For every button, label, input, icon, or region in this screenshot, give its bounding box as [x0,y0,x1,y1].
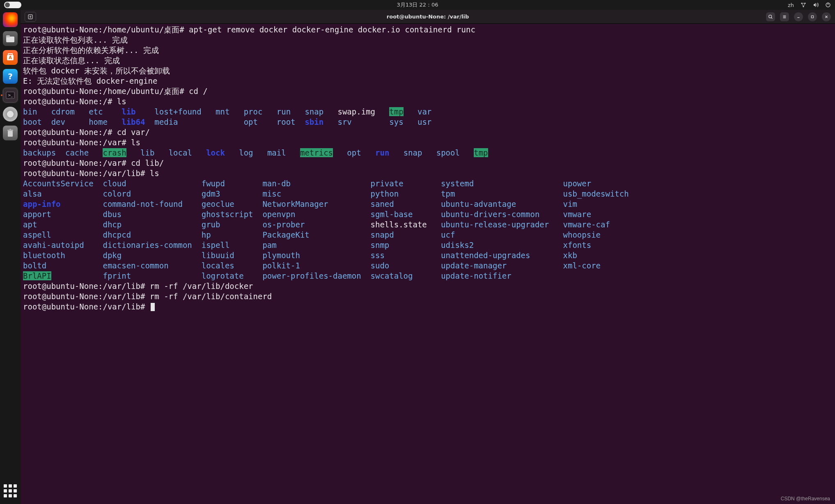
show-applications-button[interactable] [4,484,17,497]
terminal-line: root@ubuntu-None:/var# ls [23,137,833,148]
ls-entry: run [375,148,404,158]
network-icon[interactable] [801,2,806,8]
ls-entry: geoclue [202,199,263,209]
svg-text:>_: >_ [8,93,13,97]
window-title: root@ubuntu-None: /var/lib [387,14,469,20]
terminal-line: root@ubuntu-None:/home/ubuntu/桌面# apt-ge… [23,25,833,35]
terminal-line: apt dhcp grub os-prober shells.state ubu… [23,220,833,230]
ls-entry: lib64 [122,117,154,127]
ubuntu-dock: A ? >_ [0,10,21,504]
terminal-line: 软件包 docker 未安装，所以不会被卸载 [23,66,833,76]
terminal-output[interactable]: root@ubuntu-None:/home/ubuntu/桌面# apt-ge… [21,24,835,504]
ls-entry: spool [436,148,474,158]
terminal-line: AccountsService cloud fwupd man-db priva… [23,179,833,189]
activities-pill[interactable] [4,2,21,8]
ls-entry: xkb [563,250,634,261]
clock[interactable]: 3月13日 22：06 [397,1,438,9]
status-area[interactable]: zh [788,2,831,8]
ls-entry: cdrom [51,107,89,117]
ls-entry: command-not-found [103,199,201,209]
ls-entry: dhcp [103,220,201,230]
ls-entry: unattended-upgrades [441,250,563,261]
ls-entry: sss [371,250,441,261]
terminal-line: root@ubuntu-None:/# cd var/ [23,127,833,137]
volume-icon[interactable] [813,2,819,8]
window-titlebar: root@ubuntu-None: /var/lib [21,10,835,24]
ls-entry: dpkg [103,250,201,261]
ls-entry: swap.img [337,107,389,117]
terminal-line: boltd emacsen-common locales polkit-1 su… [23,261,833,271]
dock-app-disk[interactable] [3,107,18,121]
ls-entry: xml-core [563,261,634,271]
ls-entry: hp [202,230,263,240]
ls-entry: emacsen-common [103,261,201,271]
terminal-line: root@ubuntu-None:/# ls [23,96,833,107]
dock-app-help[interactable]: ? [3,69,18,84]
ls-entry: logrotate [202,271,263,281]
ls-entry: usr [418,117,441,127]
ls-entry: lib [122,107,154,117]
ls-entry: private [371,179,441,189]
ls-entry: vmware-caf [563,220,634,230]
ls-entry: media [154,117,216,127]
ls-entry: locales [202,261,263,271]
ls-entry: ispell [202,240,263,250]
terminal-window: root@ubuntu-None: /var/lib root@ubuntu-N… [21,10,835,504]
terminal-search-button[interactable] [766,12,775,21]
ls-entry: fwupd [202,179,263,189]
ls-entry [563,271,634,281]
terminal-line: root@ubuntu-None:/var/lib# [23,302,833,312]
dock-app-trash[interactable] [3,126,18,140]
window-close-button[interactable] [822,12,831,21]
dock-app-files[interactable] [3,31,18,46]
terminal-line: root@ubuntu-None:/var# cd lib/ [23,158,833,168]
dock-app-terminal[interactable]: >_ [3,88,18,103]
terminal-line: 正在读取软件包列表... 完成 [23,35,833,45]
dock-app-software[interactable]: A [3,50,18,65]
ls-entry: boot [23,117,51,127]
ls-entry: app-info [23,199,103,209]
ls-entry: boltd [23,261,103,271]
svg-rect-23 [811,16,813,18]
ls-entry: python [371,189,441,199]
ls-entry: upower [563,179,634,189]
ls-entry: metrics [300,148,347,158]
ls-entry: backups [23,148,65,158]
watermark: CSDN @theRavensea [781,496,830,502]
ls-entry: bluetooth [23,250,103,261]
ls-entry: dev [51,117,89,127]
terminal-line: backups cache crash lib local lock log m… [23,148,833,158]
ls-entry: power-profiles-daemon [262,271,370,281]
ls-entry: tpm [441,189,563,199]
power-icon[interactable] [825,2,831,8]
ls-entry: colord [103,189,201,199]
new-tab-button[interactable] [25,12,36,22]
ls-entry: tmp [474,148,493,158]
ls-entry: shells.state [371,220,441,230]
ls-entry: opt [244,117,277,127]
window-maximize-button[interactable] [808,12,817,21]
ls-entry: plymouth [262,250,370,261]
ls-entry: fprint [103,271,201,281]
window-minimize-button[interactable] [794,12,803,21]
ls-entry: BrlAPI [23,271,103,281]
terminal-line: 正在分析软件包的依赖关系树... 完成 [23,45,833,55]
terminal-line: root@ubuntu-None:/home/ubuntu/桌面# cd / [23,86,833,96]
ls-entry: snmp [371,240,441,250]
ls-entry: misc [262,189,370,199]
dock-app-firefox[interactable] [3,12,18,27]
hamburger-menu-button[interactable] [780,12,789,21]
ls-entry: man-db [262,179,370,189]
ls-entry: vmware [563,209,634,220]
input-language-indicator[interactable]: zh [788,2,794,8]
terminal-line: root@ubuntu-None:/var/lib# rm -rf /var/l… [23,281,833,291]
ls-entry: whoopsie [563,230,634,240]
ls-entry: lock [206,148,239,158]
dock-running-indicator [1,94,2,96]
ls-entry: srv [337,117,389,127]
ls-entry: dbus [103,209,201,220]
ls-entry: bin [23,107,51,117]
ls-entry: apt [23,220,103,230]
ls-entry: sudo [371,261,441,271]
terminal-line: avahi-autoipd dictionaries-common ispell… [23,240,833,250]
